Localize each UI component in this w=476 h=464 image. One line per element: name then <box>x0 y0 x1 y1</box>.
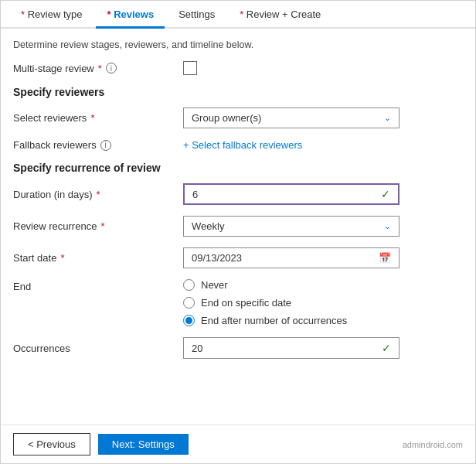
end-options: Never End on specific date End after num… <box>183 279 347 326</box>
chevron-down-icon: ⌄ <box>384 113 391 123</box>
end-label: End <box>13 279 183 292</box>
recurrence-required-star: * <box>100 220 104 232</box>
select-reviewers-label-text: Select reviewers <box>13 112 87 124</box>
start-date-required-star: * <box>60 252 64 264</box>
start-date-label-text: Start date <box>13 252 56 264</box>
next-button[interactable]: Next: Settings <box>98 434 189 455</box>
occurrences-input-wrap: ✓ <box>183 337 400 359</box>
specify-recurrence-header: Specify recurrence of review <box>13 162 463 174</box>
previous-button[interactable]: < Previous <box>13 433 90 455</box>
occurrences-label: Occurrences <box>13 343 183 354</box>
fallback-info-icon[interactable]: i <box>100 140 111 151</box>
start-date-input-wrap: 📅 <box>183 247 400 268</box>
duration-required-star: * <box>97 189 100 200</box>
end-never-radio[interactable] <box>183 279 195 291</box>
recurrence-value: Weekly <box>192 220 384 232</box>
fallback-reviewers-row: Fallback reviewers i + Select fallback r… <box>13 139 463 151</box>
tab-review-create[interactable]: Review + Create <box>229 1 332 29</box>
fallback-reviewers-label: Fallback reviewers i <box>13 139 183 151</box>
end-specific-date-option[interactable]: End on specific date <box>183 297 347 309</box>
occurrences-row: Occurrences ✓ <box>13 337 463 359</box>
start-date-label: Start date * <box>13 252 183 264</box>
duration-check-icon: ✓ <box>381 188 390 200</box>
end-specific-date-label: End on specific date <box>201 297 291 309</box>
recurrence-label: Review recurrence * <box>13 220 183 232</box>
footer-brand: admindroid.com <box>403 440 463 449</box>
subtitle-text: Determine review stages, reviewers, and … <box>13 39 463 50</box>
end-occurrences-label: End after number of occurrences <box>201 315 347 326</box>
recurrence-chevron-down-icon: ⌄ <box>384 221 391 231</box>
end-occurrences-option[interactable]: End after number of occurrences <box>183 315 347 326</box>
multistage-row: Multi-stage review * i <box>13 61 463 75</box>
duration-input[interactable] <box>192 189 376 200</box>
select-reviewers-value: Group owner(s) <box>192 112 384 124</box>
footer: < Previous Next: Settings admindroid.com <box>1 425 475 463</box>
recurrence-row: Review recurrence * Weekly ⌄ <box>13 216 463 237</box>
select-reviewers-label: Select reviewers * <box>13 112 183 124</box>
content-area: Determine review stages, reviewers, and … <box>1 29 475 425</box>
select-reviewers-row: Select reviewers * Group owner(s) ⌄ <box>13 107 463 128</box>
fallback-reviewers-link[interactable]: + Select fallback reviewers <box>183 139 302 151</box>
multistage-label: Multi-stage review * i <box>13 63 183 74</box>
start-date-input[interactable] <box>192 252 374 264</box>
tab-settings[interactable]: Settings <box>168 1 226 29</box>
end-never-option[interactable]: Never <box>183 279 347 291</box>
tab-bar: Review type Reviews Settings Review + Cr… <box>1 1 475 29</box>
duration-label: Duration (in days) * <box>13 189 183 200</box>
multistage-required-star: * <box>98 63 102 74</box>
tab-reviews[interactable]: Reviews <box>96 1 165 29</box>
select-reviewers-dropdown[interactable]: Group owner(s) ⌄ <box>183 107 400 128</box>
calendar-icon[interactable]: 📅 <box>379 252 391 264</box>
duration-row: Duration (in days) * ✓ <box>13 183 463 205</box>
multistage-checkbox[interactable] <box>183 61 197 75</box>
end-occurrences-radio[interactable] <box>183 315 195 326</box>
occurrences-check-icon: ✓ <box>382 342 391 354</box>
duration-input-wrap: ✓ <box>183 183 400 205</box>
end-specific-date-radio[interactable] <box>183 297 195 309</box>
specify-reviewers-header: Specify reviewers <box>13 86 463 98</box>
start-date-row: Start date * 📅 <box>13 247 463 268</box>
tab-review-type[interactable]: Review type <box>10 1 93 29</box>
fallback-reviewers-label-text: Fallback reviewers <box>13 139 97 151</box>
duration-label-text: Duration (in days) <box>13 189 93 200</box>
end-row: End Never End on specific date End after… <box>13 279 463 326</box>
recurrence-dropdown[interactable]: Weekly ⌄ <box>183 216 400 237</box>
occurrences-input[interactable] <box>192 343 377 354</box>
select-reviewers-required-star: * <box>90 112 94 124</box>
end-never-label: Never <box>201 279 228 291</box>
recurrence-label-text: Review recurrence <box>13 220 97 232</box>
main-window: Review type Reviews Settings Review + Cr… <box>0 0 476 464</box>
multistage-info-icon[interactable]: i <box>106 63 117 73</box>
multistage-label-text: Multi-stage review <box>13 63 94 74</box>
